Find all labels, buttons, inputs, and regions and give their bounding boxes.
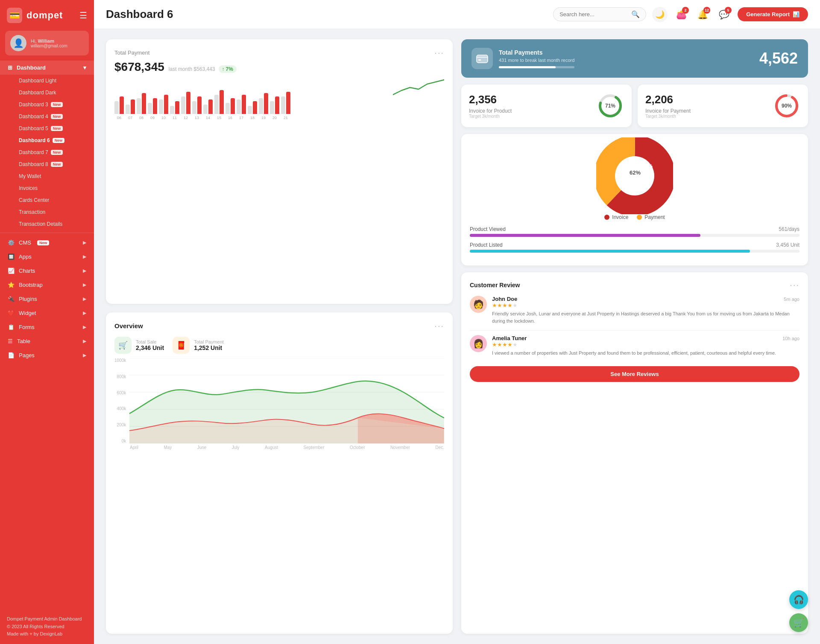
wallet-button[interactable]: 👛 2 — [674, 7, 689, 22]
sub-item-label: Invoices — [19, 185, 38, 191]
overview-menu-dots[interactable]: ··· — [434, 321, 444, 331]
hamburger-icon[interactable]: ☰ — [79, 10, 87, 20]
overview-total-sale: 🛒 Total Sale 2,346 Unit — [114, 337, 164, 354]
nav-label: Plugins — [19, 296, 37, 302]
bar-group — [126, 99, 135, 114]
nav-label: CMS — [19, 239, 31, 246]
bar-gray — [259, 98, 263, 114]
x-label: August — [265, 445, 278, 450]
sidebar-user: 👤 Hi, William william@gmail.com — [5, 31, 89, 55]
cart-icon: 🛒 — [794, 618, 804, 628]
theme-toggle-button[interactable]: 🌙 — [652, 7, 668, 22]
card-menu-dots[interactable]: ··· — [434, 48, 444, 58]
bar-group — [159, 95, 168, 114]
invoice-legend-dot — [604, 215, 609, 220]
nav-item-cms[interactable]: ⚙️ CMS New ▶ — [0, 236, 94, 250]
sub-item-dashboard-6[interactable]: Dashboard 6 New — [0, 134, 94, 146]
x-label: April — [130, 445, 138, 450]
support-fab[interactable]: 🎧 — [789, 590, 808, 609]
total-sale-icon: 🛒 — [114, 337, 132, 354]
invoice-product-card: 2,356 Invoice for Product Target 3k/mont… — [461, 85, 632, 127]
sub-item-label: Cards Center — [19, 197, 49, 203]
sub-item-label: Transaction Details — [19, 221, 62, 227]
sub-item-dashboard-light[interactable]: Dashboard Light — [0, 75, 94, 87]
badge-new: New — [53, 138, 65, 143]
see-more-reviews-button[interactable]: See More Reviews — [470, 366, 800, 382]
dashboard-nav-item[interactable]: ⊞ Dashboard ▾ — [0, 61, 94, 75]
product-listed-value: 3,456 Unit — [776, 242, 800, 248]
sub-item-label: Dashboard Dark — [19, 90, 56, 96]
overview-card: Overview ··· 🛒 Total Sale 2,346 Unit 🧧 T… — [106, 312, 453, 634]
bar-label: 12 — [181, 116, 190, 120]
footer-made-with: Made with ♥ by DexignLab — [7, 630, 87, 638]
invoice-product-donut: 71% — [597, 92, 624, 119]
tpb-sub: 431 more to break last month record — [499, 58, 574, 63]
sub-item-cards-center[interactable]: Cards Center — [0, 194, 94, 206]
nav-item-forms[interactable]: 📋 Forms ▶ — [0, 320, 94, 334]
bar-group — [192, 96, 202, 114]
sub-item-dashboard-5[interactable]: Dashboard 5 New — [0, 122, 94, 134]
nav-item-bootstrap[interactable]: ⭐ Bootstrap ▶ — [0, 278, 94, 292]
chat-button[interactable]: 💬 5 — [716, 7, 732, 22]
payment-legend-dot — [637, 215, 642, 220]
sub-item-dashboard-dark[interactable]: Dashboard Dark — [0, 87, 94, 99]
sidebar-logo: 💳 dompet ☰ — [0, 0, 94, 31]
sub-item-dashboard-7[interactable]: Dashboard 7 New — [0, 146, 94, 158]
notification-button[interactable]: 🔔 12 — [695, 7, 710, 22]
total-sale-label: Total Sale — [136, 339, 164, 344]
bar-label: 10 — [159, 116, 168, 120]
bootstrap-icon: ⭐ — [8, 282, 15, 288]
nav-item-widget[interactable]: ❤️ Widget ▶ — [0, 306, 94, 320]
sub-item-dashboard-3[interactable]: Dashboard 3 New — [0, 99, 94, 111]
nav-item-table[interactable]: ☰ Table ▶ — [0, 334, 94, 348]
tpb-label: Total Payments — [499, 49, 574, 56]
badge-new: New — [37, 240, 50, 245]
sub-item-transaction-details[interactable]: Transaction Details — [0, 218, 94, 230]
user-email: william@gmail.com — [31, 44, 67, 48]
review-menu-dots[interactable]: ··· — [790, 280, 800, 290]
invoice-payment-target: Target 3k/month — [645, 114, 691, 119]
logo-icon: 💳 — [7, 8, 22, 23]
fab-area: 🎧 🛒 — [789, 590, 808, 632]
sub-item-label: Dashboard 5 — [19, 125, 48, 131]
nav-item-apps[interactable]: 🔲 Apps ▶ — [0, 250, 94, 264]
total-amount-value: $678,345 — [114, 60, 164, 74]
nav-label: Widget — [19, 310, 36, 316]
sub-item-label: Transaction — [19, 209, 45, 215]
product-listed-stat: Product Listed 3,456 Unit — [470, 242, 800, 253]
sub-item-label: Dashboard 6 — [19, 137, 50, 143]
nav-item-plugins[interactable]: 🔌 Plugins ▶ — [0, 292, 94, 306]
sub-item-transaction[interactable]: Transaction — [0, 206, 94, 218]
y-label: 400k — [114, 406, 126, 411]
sub-item-label: Dashboard 7 — [19, 149, 48, 155]
bar-label: 20 — [270, 116, 279, 120]
bar-label: 14 — [203, 116, 213, 120]
y-label: 600k — [114, 390, 126, 395]
sub-item-dashboard-4[interactable]: Dashboard 4 New — [0, 111, 94, 122]
bar-red — [131, 99, 135, 114]
sub-item-dashboard-8[interactable]: Dashboard 8 New — [0, 158, 94, 170]
sub-item-my-wallet[interactable]: My Wallet — [0, 170, 94, 182]
product-listed-label: Product Listed — [470, 242, 503, 248]
svg-text:38%: 38% — [642, 163, 653, 169]
forms-icon: 📋 — [8, 324, 15, 330]
cart-fab[interactable]: 🛒 — [789, 613, 808, 632]
generate-report-button[interactable]: Generate Report 📊 — [738, 7, 808, 21]
invoice-payment-label: Invoice for Payment — [645, 108, 691, 114]
generate-report-label: Generate Report — [746, 11, 790, 17]
search-input[interactable] — [559, 11, 628, 17]
sub-item-label: My Wallet — [19, 173, 41, 179]
nav-item-pages[interactable]: 📄 Pages ▶ — [0, 348, 94, 362]
chat-badge: 5 — [725, 7, 732, 14]
search-bar[interactable]: 🔍 — [553, 7, 646, 21]
invoice-product-label: Invoice for Product — [469, 108, 512, 114]
review-time-1: 5m ago — [784, 297, 800, 302]
apps-icon: 🔲 — [8, 254, 15, 260]
bar-red — [286, 92, 290, 114]
headset-icon: 🎧 — [794, 594, 804, 605]
overview-stats: 🛒 Total Sale 2,346 Unit 🧧 Total Payment … — [114, 337, 444, 354]
bar-red — [220, 90, 224, 114]
bar-gray — [270, 101, 274, 114]
sub-item-invoices[interactable]: Invoices — [0, 182, 94, 194]
nav-item-charts[interactable]: 📈 Charts ▶ — [0, 264, 94, 278]
